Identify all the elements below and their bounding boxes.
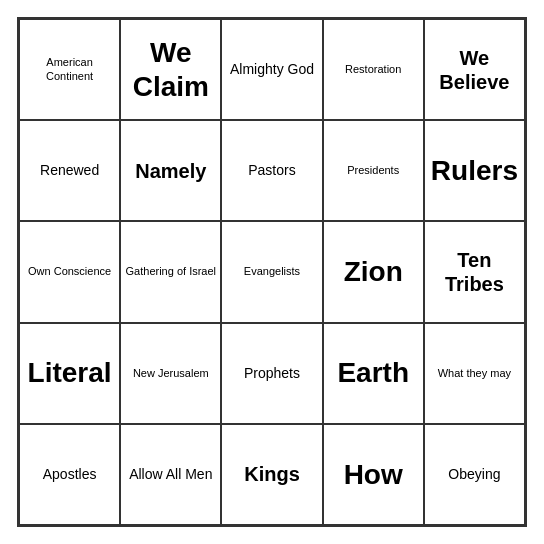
cell-r0c1: We Claim <box>120 19 221 120</box>
cell-text-r0c0: American Continent <box>24 56 115 82</box>
cell-r1c3: Presidents <box>323 120 424 221</box>
cell-text-r4c2: Kings <box>226 462 317 486</box>
cell-text-r0c2: Almighty God <box>226 61 317 78</box>
cell-text-r0c4: We Believe <box>429 46 520 94</box>
cell-text-r1c0: Renewed <box>24 162 115 179</box>
cell-r2c2: Evangelists <box>221 221 322 322</box>
cell-text-r2c2: Evangelists <box>226 265 317 278</box>
cell-r1c4: Rulers <box>424 120 525 221</box>
cell-text-r3c1: New Jerusalem <box>125 367 216 380</box>
bingo-card: American ContinentWe ClaimAlmighty GodRe… <box>17 17 527 527</box>
cell-r0c4: We Believe <box>424 19 525 120</box>
cell-text-r3c3: Earth <box>328 356 419 390</box>
cell-r4c2: Kings <box>221 424 322 525</box>
cell-text-r1c3: Presidents <box>328 164 419 177</box>
cell-r2c4: Ten Tribes <box>424 221 525 322</box>
cell-text-r2c0: Own Conscience <box>24 265 115 278</box>
cell-r0c3: Restoration <box>323 19 424 120</box>
cell-r1c1: Namely <box>120 120 221 221</box>
cell-r3c3: Earth <box>323 323 424 424</box>
cell-text-r0c1: We Claim <box>125 36 216 103</box>
cell-text-r0c3: Restoration <box>328 63 419 76</box>
cell-text-r2c1: Gathering of Israel <box>125 265 216 278</box>
cell-r2c3: Zion <box>323 221 424 322</box>
cell-r1c2: Pastors <box>221 120 322 221</box>
cell-text-r3c0: Literal <box>24 356 115 390</box>
cell-text-r3c2: Prophets <box>226 365 317 382</box>
cell-text-r1c4: Rulers <box>429 154 520 188</box>
cell-r3c4: What they may <box>424 323 525 424</box>
cell-r3c0: Literal <box>19 323 120 424</box>
cell-text-r3c4: What they may <box>429 367 520 380</box>
cell-r4c3: How <box>323 424 424 525</box>
cell-text-r1c1: Namely <box>125 159 216 183</box>
cell-text-r4c0: Apostles <box>24 466 115 483</box>
cell-r2c1: Gathering of Israel <box>120 221 221 322</box>
cell-r2c0: Own Conscience <box>19 221 120 322</box>
cell-r4c4: Obeying <box>424 424 525 525</box>
cell-text-r4c4: Obeying <box>429 466 520 483</box>
cell-text-r4c1: Allow All Men <box>125 466 216 483</box>
cell-r0c0: American Continent <box>19 19 120 120</box>
cell-text-r2c3: Zion <box>328 255 419 289</box>
cell-r1c0: Renewed <box>19 120 120 221</box>
cell-text-r1c2: Pastors <box>226 162 317 179</box>
cell-r3c1: New Jerusalem <box>120 323 221 424</box>
cell-r4c0: Apostles <box>19 424 120 525</box>
cell-r0c2: Almighty God <box>221 19 322 120</box>
cell-r3c2: Prophets <box>221 323 322 424</box>
cell-text-r4c3: How <box>328 458 419 492</box>
cell-r4c1: Allow All Men <box>120 424 221 525</box>
cell-text-r2c4: Ten Tribes <box>429 248 520 296</box>
